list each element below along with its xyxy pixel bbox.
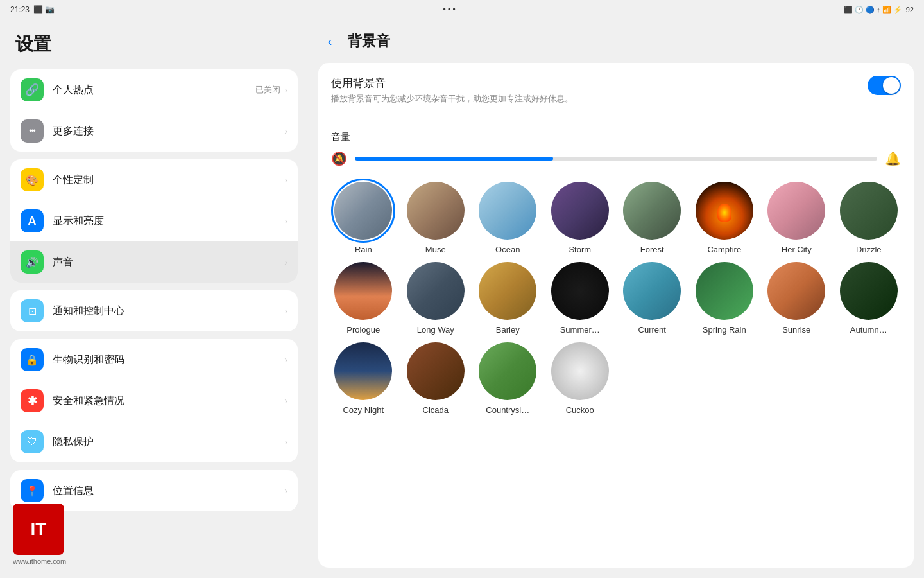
sound-item-autumn[interactable]: Autumn… xyxy=(837,262,902,335)
sidebar-item-safety[interactable]: ✱ 安全和紧急情况 › xyxy=(10,380,298,421)
sound-item-ocean[interactable]: Ocean xyxy=(475,182,540,254)
toggle-description: 播放背景音可为您减少环境杂音干扰，助您更加专注或好好休息。 xyxy=(331,93,573,105)
sound-circle-muse xyxy=(407,182,465,240)
sound-circle-prologue xyxy=(334,262,392,320)
notification-icon: ⊡ xyxy=(21,299,44,322)
sound-item-sunrise[interactable]: Sunrise xyxy=(764,262,829,335)
volume-slider[interactable] xyxy=(355,157,877,161)
sound-item-cicada[interactable]: Cicada xyxy=(404,342,468,415)
sound-circle-autumn xyxy=(840,262,898,320)
volume-row: 🔕 🔔 xyxy=(331,151,901,166)
sound-circle-countryside xyxy=(479,342,536,400)
privacy-icon: 🛡 xyxy=(21,430,44,453)
sound-item-cozy-night[interactable]: Cozy Night xyxy=(331,342,396,415)
safety-label: 安全和紧急情况 xyxy=(53,394,280,408)
sound-circle-cozy-night xyxy=(334,342,392,400)
sound-name-rain: Rain xyxy=(355,245,372,254)
sidebar-group-notification: ⊡ 通知和控制中心 › xyxy=(10,290,298,331)
sound-name-cuckoo: Cuckoo xyxy=(566,405,594,415)
watermark-logo: IT xyxy=(13,504,64,555)
sound-item-muse[interactable]: Muse xyxy=(404,182,468,254)
sound-circle-forest xyxy=(623,182,681,240)
dots: • • • xyxy=(443,5,456,14)
sidebar-group-display: 🎨 个性定制 › A 显示和亮度 › 🔊 声音 › xyxy=(10,159,298,283)
back-button[interactable]: ‹ xyxy=(318,30,341,53)
sound-item-countryside[interactable]: Countrysi… xyxy=(475,342,540,415)
sound-name-cozy-night: Cozy Night xyxy=(343,405,384,415)
sound-circle-summer xyxy=(551,262,609,320)
volume-label: 音量 xyxy=(331,131,901,143)
biometrics-label: 生物识别和密码 xyxy=(53,353,280,367)
volume-fill xyxy=(355,157,553,161)
more-connections-label: 更多连接 xyxy=(53,125,280,138)
sound-circle-storm xyxy=(551,182,609,240)
sound-item-summer[interactable]: Summer… xyxy=(548,262,613,335)
sound-circle-barley xyxy=(479,262,536,320)
watermark-url: www.ithome.com xyxy=(13,557,66,565)
sidebar-title: 设置 xyxy=(10,32,298,57)
status-left: 21:23 ⬛ 📷 xyxy=(10,5,55,14)
sound-name-barley: Barley xyxy=(496,325,520,335)
sound-name-ocean: Ocean xyxy=(495,245,520,254)
sound-item-forest[interactable]: Forest xyxy=(620,182,685,254)
biometrics-arrow: › xyxy=(284,355,287,365)
main-layout: 设置 🔗 个人热点 已关闭 › ••• 更多连接 › 🎨 个性定制 › xyxy=(0,19,924,578)
personalization-arrow: › xyxy=(284,175,287,185)
sound-item-rain[interactable]: Rain xyxy=(331,182,396,254)
signal-icons: ⬛ 🕐 🔵 ↑ 📶 ⚡ xyxy=(844,6,902,14)
location-arrow: › xyxy=(284,486,287,496)
sound-item-drizzle[interactable]: Drizzle xyxy=(837,182,902,254)
sound-circle-spring-rain xyxy=(696,262,753,320)
watermark: IT www.ithome.com xyxy=(13,504,66,565)
sidebar-item-personal-hotspot[interactable]: 🔗 个人热点 已关闭 › xyxy=(10,69,298,110)
sidebar-item-sound[interactable]: 🔊 声音 › xyxy=(10,241,298,283)
sound-circle-drizzle xyxy=(840,182,898,240)
safety-icon: ✱ xyxy=(21,389,44,412)
content-panel: ‹ 背景音 使用背景音 播放背景音可为您减少环境杂音干扰，助您更加专注或好好休息… xyxy=(308,19,924,578)
more-connections-icon: ••• xyxy=(21,119,44,143)
sound-icon: 🔊 xyxy=(21,250,44,274)
sidebar-group-security: 🔒 生物识别和密码 › ✱ 安全和紧急情况 › 🛡 隐私保护 › xyxy=(10,339,298,462)
privacy-arrow: › xyxy=(284,437,287,447)
sound-circle-rain xyxy=(334,182,392,240)
display-label: 显示和亮度 xyxy=(53,215,280,228)
sound-grid: RainMuseOceanStormForestCampfireHer City… xyxy=(331,182,901,415)
personalization-label: 个性定制 xyxy=(53,173,280,187)
sidebar-item-biometrics[interactable]: 🔒 生物识别和密码 › xyxy=(10,339,298,380)
volume-section: 音量 🔕 🔔 xyxy=(331,131,901,166)
panel-header: ‹ 背景音 xyxy=(318,30,914,53)
sound-name-forest: Forest xyxy=(640,245,664,254)
sound-item-current[interactable]: Current xyxy=(620,262,685,335)
sound-item-campfire[interactable]: Campfire xyxy=(692,182,757,254)
sidebar-item-privacy[interactable]: 🛡 隐私保护 › xyxy=(10,421,298,462)
sound-name-storm: Storm xyxy=(569,245,591,254)
sound-name-countryside: Countrysi… xyxy=(486,405,529,415)
sound-item-storm[interactable]: Storm xyxy=(548,182,613,254)
panel-title: 背景音 xyxy=(348,31,390,51)
sound-item-her-city[interactable]: Her City xyxy=(764,182,829,254)
safety-arrow: › xyxy=(284,396,287,406)
sidebar-item-notification[interactable]: ⊡ 通知和控制中心 › xyxy=(10,290,298,331)
sidebar-group-connections: 🔗 个人热点 已关闭 › ••• 更多连接 › xyxy=(10,69,298,152)
toggle-info: 使用背景音 播放背景音可为您减少环境杂音干扰，助您更加专注或好好休息。 xyxy=(331,76,573,105)
sidebar-item-more-connections[interactable]: ••• 更多连接 › xyxy=(10,110,298,152)
personal-hotspot-icon: 🔗 xyxy=(21,78,44,101)
sound-item-long-way[interactable]: Long Way xyxy=(404,262,468,335)
sound-item-cuckoo[interactable]: Cuckoo xyxy=(548,342,613,415)
sound-circle-sunrise xyxy=(767,262,825,320)
status-center: • • • xyxy=(443,5,456,14)
sidebar-item-personalization[interactable]: 🎨 个性定制 › xyxy=(10,159,298,200)
sound-label: 声音 xyxy=(53,256,280,269)
sound-circle-her-city xyxy=(767,182,825,240)
sidebar-item-display[interactable]: A 显示和亮度 › xyxy=(10,200,298,241)
background-sound-toggle[interactable] xyxy=(868,76,901,95)
sound-item-spring-rain[interactable]: Spring Rain xyxy=(692,262,757,335)
sound-item-barley[interactable]: Barley xyxy=(475,262,540,335)
sidebar: 设置 🔗 个人热点 已关闭 › ••• 更多连接 › 🎨 个性定制 › xyxy=(0,19,308,578)
time: 21:23 xyxy=(10,5,30,14)
battery: 92 xyxy=(906,6,914,13)
personal-hotspot-arrow: › xyxy=(284,85,287,95)
sound-item-prologue[interactable]: Prologue xyxy=(331,262,396,335)
more-connections-arrow: › xyxy=(284,126,287,136)
loud-icon: 🔔 xyxy=(885,151,901,166)
